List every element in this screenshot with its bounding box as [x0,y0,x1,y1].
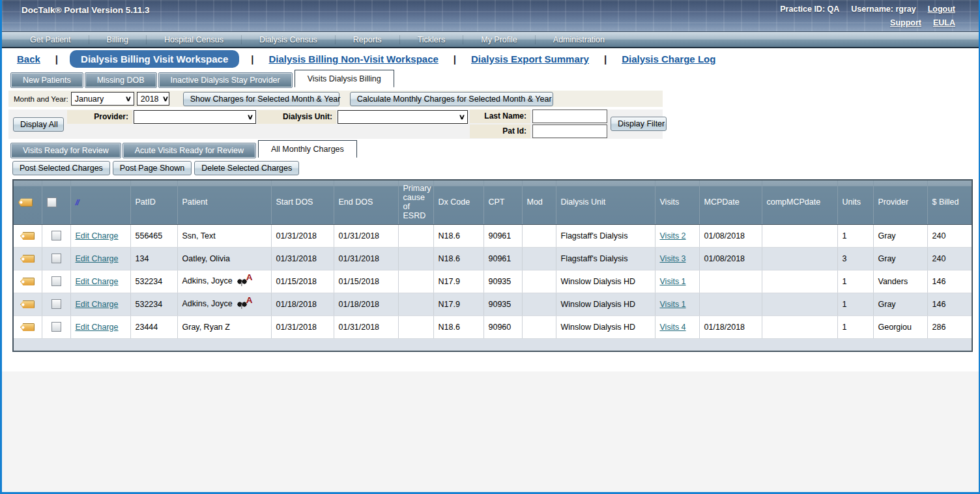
edit-charge-cell: Edit Charge [70,270,130,293]
crumb-separator: | [604,53,607,65]
visits-link[interactable]: Visits 1 [660,277,686,286]
month-select[interactable]: January∨ [71,92,134,106]
export-summary-link[interactable]: Dialysis Export Summary [471,53,589,65]
header-mod[interactable]: Mod [522,180,556,224]
billed-cell: 146 [927,293,972,315]
checkbox-cell [42,224,70,247]
start-dos-cell: 01/18/2018 [271,293,334,315]
edit-charge-link[interactable]: Edit Charge [76,231,119,240]
tag-icon[interactable] [20,323,35,332]
select-all-checkbox[interactable] [47,197,57,207]
row-checkbox[interactable] [51,299,61,309]
nav-get-patient[interactable]: Get Patient [12,35,89,44]
tab-acute-visits-ready-for-review[interactable]: Acute Visits Ready for Review [123,143,255,158]
last-name-input[interactable] [532,109,607,123]
header-cpt[interactable]: CPT [483,180,522,224]
patient-icon-group: A [237,299,253,309]
row-checkbox[interactable] [51,254,61,263]
cpt-cell: 90935 [483,293,522,315]
practice-id-label: Practice ID: QA [780,5,839,14]
esrd-cell [398,293,433,315]
dialysis-unit-cell: Winslow Dialysis HD [556,293,655,315]
visits-link[interactable]: Visits 1 [660,300,686,309]
header-dx-code[interactable]: Dx Code [433,180,483,224]
pat-id-input[interactable] [532,124,607,138]
dialysis-unit-select[interactable]: ∨ [338,110,468,124]
tag-icon[interactable] [20,255,35,263]
nav-reports[interactable]: Reports [336,35,400,44]
nav-billing[interactable]: Billing [89,35,147,44]
charge-row: Edit Charge 23444 Gray, Ryan ZA 01/31/20… [13,315,972,338]
back-link[interactable]: Back [17,53,40,65]
charge-tabstrip: Visits Ready for Review Acute Visits Rea… [2,140,979,158]
end-dos-cell: 01/31/2018 [334,315,398,338]
non-visit-workspace-link[interactable]: Dialysis Billing Non-Visit Workspace [268,53,438,65]
tab-visits-dialysis-billing[interactable]: Visits Dialysis Billing [295,70,394,87]
nav-administration[interactable]: Administration [536,35,622,44]
visits-link[interactable]: Visits 4 [660,323,686,332]
end-dos-cell: 01/31/2018 [334,247,398,270]
delete-selected-charges-button[interactable]: Delete Selected Charges [194,161,299,175]
tab-all-monthly-charges[interactable]: All Monthly Charges [258,140,357,158]
header-esrd[interactable]: Primary cause of ESRD [398,180,433,224]
edit-charge-link[interactable]: Edit Charge [76,254,119,263]
nav-hospital-census[interactable]: Hospital Census [147,35,242,44]
dx-code-cell: N18.6 [433,247,483,270]
row-checkbox[interactable] [51,231,61,240]
header-units[interactable]: Units [837,180,873,224]
charge-log-link[interactable]: Dialysis Charge Log [622,53,715,65]
header-billed[interactable]: $ Billed [927,180,972,224]
calculate-monthly-charges-button[interactable]: Calculate Monthly Charges for Selected M… [350,92,553,106]
support-link[interactable]: Support [890,18,921,27]
patient-cell: Adkins, JoyceA [177,293,271,315]
mod-cell [522,224,556,247]
mcpdate-cell [699,270,762,293]
header-end-dos[interactable]: End DOS [334,180,398,224]
tab-inactive-dialysis-stay-provider[interactable]: Inactive Dialysis Stay Provider [159,73,292,87]
show-charges-button[interactable]: Show Charges for Selected Month & Year [183,92,339,106]
nav-ticklers[interactable]: Ticklers [400,35,464,44]
post-selected-charges-button[interactable]: Post Selected Charges [12,161,110,175]
row-checkbox[interactable] [51,322,61,332]
tag-icon[interactable] [20,278,35,286]
charges-table-wrap: // PatID Patient Start DOS End DOS Prima… [12,179,979,352]
tab-visits-ready-for-review[interactable]: Visits Ready for Review [11,143,121,158]
header-dialysis-unit[interactable]: Dialysis Unit [556,180,655,224]
header-patid[interactable]: PatID [130,180,177,224]
header-provider[interactable]: Provider [873,180,927,224]
edit-charge-cell: Edit Charge [70,315,130,338]
logout-link[interactable]: Logout [928,5,955,14]
tab-new-patients[interactable]: New Patients [11,73,83,87]
tag-icon[interactable] [20,232,35,240]
year-select[interactable]: 2018∨ [137,92,169,106]
nav-dialysis-census[interactable]: Dialysis Census [242,35,336,44]
active-workspace-pill[interactable]: Dialysis Billing Visit Workspace [70,50,239,68]
header-start-dos[interactable]: Start DOS [271,180,334,224]
row-checkbox[interactable] [51,276,61,286]
month-year-row: Month and Year: January∨ 2018∨ Show Char… [8,91,663,107]
header-compmcpdate[interactable]: compMCPdate [762,180,837,224]
edit-charge-link[interactable]: Edit Charge [76,277,119,286]
end-dos-cell: 01/18/2018 [334,293,398,315]
dx-code-cell: N17.9 [433,270,483,293]
lower-gap [2,352,979,371]
edit-charge-link[interactable]: Edit Charge [76,323,119,332]
chevron-down-icon: ∨ [459,113,465,121]
provider-select[interactable]: ∨ [134,110,256,124]
header-visits[interactable]: Visits [655,180,699,224]
tag-icon[interactable] [20,300,35,309]
header-mcpdate[interactable]: MCPDate [699,180,762,224]
dialysis-unit-cell: Flagstaff's Dialysis [556,247,655,270]
visits-link[interactable]: Visits 2 [660,231,686,240]
nav-my-profile[interactable]: My Profile [463,35,536,44]
visits-link[interactable]: Visits 3 [660,254,686,263]
header-patient[interactable]: Patient [177,180,271,224]
compmcpdate-cell [762,293,837,315]
display-filter-button[interactable]: Display Filter [611,117,667,131]
edit-charge-link[interactable]: Edit Charge [76,300,119,309]
post-page-shown-button[interactable]: Post Page Shown [113,161,192,175]
eula-link[interactable]: EULA [933,18,955,27]
display-all-button[interactable]: Display All [13,117,64,132]
tab-missing-dob[interactable]: Missing DOB [85,73,156,87]
visits-cell: Visits 1 [655,293,699,315]
